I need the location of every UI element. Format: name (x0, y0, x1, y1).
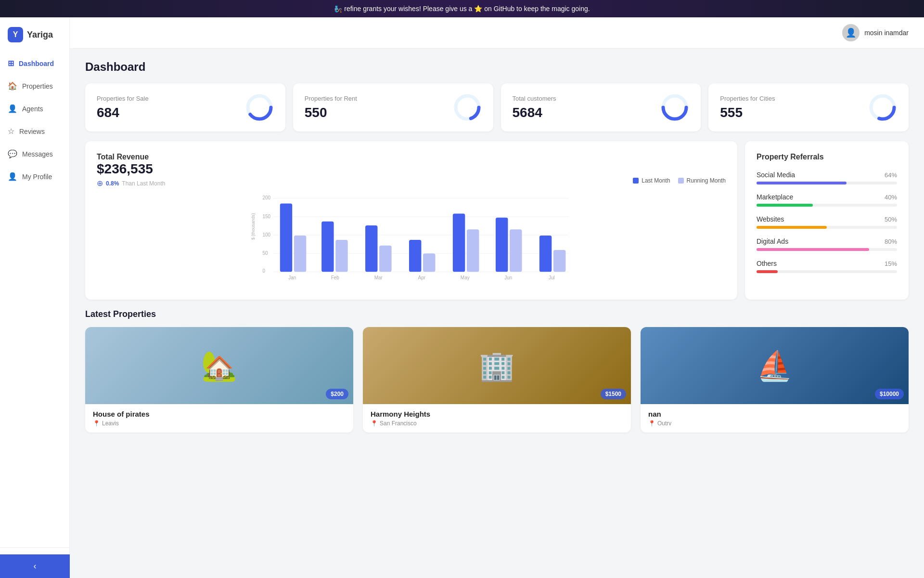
referral-item-social-media: Social Media 64% (757, 171, 897, 184)
property-card-3[interactable]: ⛵ $10000 nan 📍 Outrv (641, 327, 909, 433)
referral-label-digital-ads: Digital Ads (757, 237, 788, 245)
property-location-1: 📍 Leavis (93, 420, 346, 427)
referral-pct-others: 15% (885, 260, 897, 267)
progress-fill-others (757, 270, 778, 273)
progress-bg-digital-ads (757, 248, 897, 251)
property-name-3: nan (648, 410, 901, 418)
svg-rect-34 (496, 218, 508, 272)
svg-text:100: 100 (262, 232, 270, 237)
sidebar-item-dashboard[interactable]: ⊞ Dashboard (0, 52, 69, 75)
legend-dot-last-month (633, 178, 639, 184)
username: mosin inamdar (864, 29, 909, 37)
property-price-badge-1: $200 (326, 389, 348, 399)
stat-label-for-rent: Properties for Rent (305, 95, 357, 102)
svg-rect-26 (379, 246, 391, 272)
referrals-card: Property Referrals Social Media 64% Mark… (745, 141, 909, 300)
stat-info-cities: Properties for Cities 555 (720, 95, 775, 120)
sidebar-logo: Y Yariga (0, 17, 69, 52)
chart-legend: Last Month Running Month (633, 177, 726, 184)
main-content: 👤 mosin inamdar Dashboard Properties for… (70, 17, 924, 578)
svg-rect-37 (539, 236, 552, 272)
sidebar-item-label: Messages (22, 150, 53, 158)
sidebar-collapse-button[interactable]: ‹ (0, 554, 70, 578)
progress-fill-digital-ads (757, 248, 869, 251)
svg-rect-29 (423, 253, 435, 272)
stat-value-for-sale: 684 (97, 105, 149, 120)
reviews-icon: ☆ (8, 127, 14, 136)
bottom-row: Total Revenue $236,535 ⊕ 0.8% Than Last … (85, 141, 909, 300)
svg-text:150: 150 (262, 214, 270, 219)
svg-text:$ (thousands): $ (thousands) (251, 213, 256, 240)
svg-rect-35 (510, 229, 522, 272)
stat-info-for-sale: Properties for Sale 684 (97, 95, 149, 120)
properties-icon: 🏠 (8, 81, 17, 91)
stat-label-for-sale: Properties for Sale (97, 95, 149, 102)
legend-running-month: Running Month (678, 177, 726, 184)
stat-value-for-rent: 550 (305, 105, 357, 120)
referral-row-others: Others 15% (757, 260, 897, 267)
referral-row-social-media: Social Media 64% (757, 171, 897, 179)
legend-label-running-month: Running Month (687, 177, 726, 184)
stat-card-for-sale: Properties for Sale 684 (85, 83, 285, 131)
revenue-change-pct: 0.8% (106, 180, 119, 187)
property-location-3: 📍 Outrv (648, 420, 901, 427)
sidebar-item-properties[interactable]: 🏠 Properties (0, 75, 69, 97)
svg-text:Feb: Feb (331, 275, 340, 280)
svg-rect-25 (365, 225, 377, 272)
property-card-2[interactable]: 🏢 $1500 Harmony Heights 📍 San Francisco (363, 327, 631, 433)
donut-for-rent (453, 93, 482, 122)
top-banner: 🧞 refine grants your wishes! Please give… (0, 0, 924, 17)
logo-icon: Y (8, 27, 23, 42)
referral-label-social-media: Social Media (757, 171, 795, 179)
donut-customers (660, 93, 689, 122)
referral-label-marketplace: Marketplace (757, 193, 793, 201)
referral-label-websites: Websites (757, 215, 784, 223)
referral-label-others: Others (757, 260, 777, 267)
referrals-title: Property Referrals (757, 153, 897, 161)
sidebar-nav: ⊞ Dashboard 🏠 Properties 👤 Agents ☆ Revi… (0, 52, 69, 547)
progress-fill-social-media (757, 182, 847, 184)
progress-bg-others (757, 270, 897, 273)
svg-text:Apr: Apr (418, 275, 426, 280)
sidebar-item-agents[interactable]: 👤 Agents (0, 97, 69, 120)
property-name-2: Harmony Heights (371, 410, 623, 418)
svg-rect-28 (409, 240, 421, 272)
agents-icon: 👤 (8, 104, 17, 113)
legend-dot-running-month (678, 178, 684, 184)
bar-chart-container: 200 150 100 50 0 $ (thousands) (97, 192, 726, 288)
svg-rect-20 (294, 236, 306, 272)
sidebar-item-messages[interactable]: 💬 Messages (0, 143, 69, 165)
dashboard-body: Dashboard Properties for Sale 684 (70, 49, 924, 578)
location-icon-2: 📍 (371, 420, 378, 427)
messages-icon: 💬 (8, 149, 17, 158)
svg-text:Mar: Mar (374, 275, 383, 280)
svg-rect-19 (280, 204, 292, 272)
svg-text:May: May (461, 275, 470, 280)
bar-chart-svg: 200 150 100 50 0 $ (thousands) (97, 192, 726, 288)
collapse-icon: ‹ (34, 561, 37, 571)
referral-item-digital-ads: Digital Ads 80% (757, 237, 897, 251)
property-card-1[interactable]: 🏡 $200 House of pirates 📍 Leavis (85, 327, 353, 433)
property-img-3: ⛵ $10000 (641, 327, 909, 404)
stat-value-cities: 555 (720, 105, 775, 120)
referral-pct-websites: 50% (885, 216, 897, 223)
referral-item-marketplace: Marketplace 40% (757, 193, 897, 207)
referral-pct-marketplace: 40% (885, 194, 897, 201)
location-icon-1: 📍 (93, 420, 100, 427)
svg-rect-38 (553, 250, 565, 272)
property-info-1: House of pirates 📍 Leavis (85, 404, 353, 433)
page-title: Dashboard (85, 60, 909, 74)
property-img-2: 🏢 $1500 (363, 327, 631, 404)
main-header: 👤 mosin inamdar (70, 17, 924, 49)
sidebar-item-reviews[interactable]: ☆ Reviews (0, 120, 69, 143)
referral-row-digital-ads: Digital Ads 80% (757, 237, 897, 245)
sidebar-item-myprofile[interactable]: 👤 My Profile (0, 165, 69, 188)
svg-text:50: 50 (262, 250, 268, 256)
property-img-1: 🏡 $200 (85, 327, 353, 404)
donut-cities (868, 93, 897, 122)
property-info-3: nan 📍 Outrv (641, 404, 909, 433)
svg-rect-23 (335, 240, 347, 272)
stat-label-customers: Total customers (513, 95, 556, 102)
progress-bg-social-media (757, 182, 897, 184)
stat-label-cities: Properties for Cities (720, 95, 775, 102)
